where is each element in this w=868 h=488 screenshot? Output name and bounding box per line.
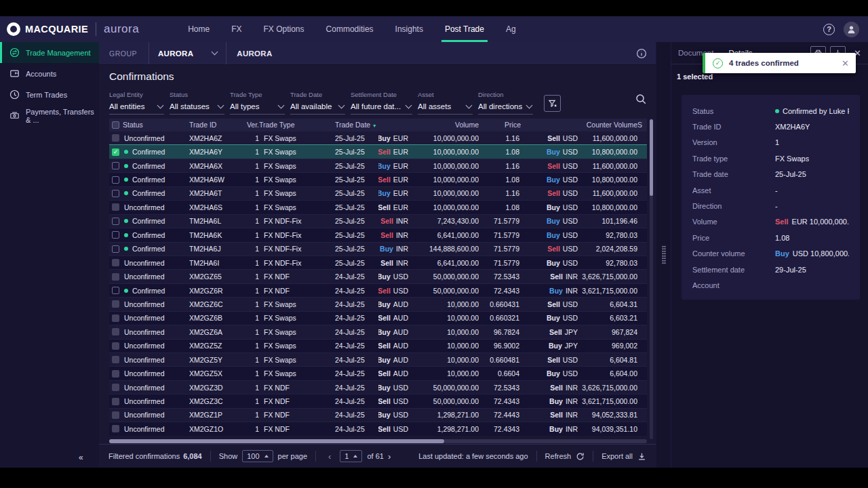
row-checkbox[interactable]	[112, 218, 119, 225]
table-row[interactable]: UnconfirmedXM2GZ5Z1FX Swaps24-Jul-25Sell…	[109, 339, 647, 352]
column-header-price[interactable]: Price	[479, 121, 521, 129]
column-header-status[interactable]: Status	[123, 121, 189, 129]
table-row[interactable]: ConfirmedXM2HA6X1FX Swaps25-Jul-25BuyEUR…	[109, 159, 647, 172]
row-checkbox[interactable]	[112, 245, 119, 253]
nav-item-ag[interactable]: Ag	[495, 16, 527, 42]
sidebar-item-payments-transfers[interactable]: Payments, Transfers & ...	[0, 105, 99, 126]
toast-close-icon[interactable]: ✕	[842, 58, 849, 68]
table-row[interactable]: UnconfirmedXM2GZ3D1FX NDF24-Jul-25BuyUSD…	[109, 380, 647, 394]
counter-direction-cell: SellUSD	[521, 134, 578, 142]
table-row[interactable]: ConfirmedXM2HA6T1FX Swaps25-Jul-25BuyEUR…	[109, 186, 647, 200]
table-row[interactable]: ConfirmedXM2HA6W1FX Swaps25-Jul-25SellEU…	[109, 172, 647, 186]
filter-status[interactable]: StatusAll statuses	[170, 91, 224, 115]
panel-resize-handle[interactable]	[662, 245, 666, 264]
table-row[interactable]: ✓ConfirmedXM2HA6Y1FX Swaps25-Jul-25SellE…	[109, 144, 647, 158]
filter-value: All entities	[109, 102, 164, 110]
price-cell: 71.5779	[479, 231, 521, 239]
status-cell: Unconfirmed	[123, 356, 189, 364]
table-row[interactable]: UnconfirmedXM2GZ6A1FX Swaps24-Jul-25BuyA…	[109, 325, 647, 338]
nav-item-home[interactable]: Home	[177, 16, 220, 42]
search-icon[interactable]	[635, 94, 647, 105]
table-row[interactable]: UnconfirmedXM2GZ1P1FX NDF24-Jul-25BuyUSD…	[109, 408, 647, 422]
nav-item-post-trade[interactable]: Post Trade	[434, 16, 495, 42]
direction-cell: BuyAUD	[378, 328, 414, 336]
nav-item-commodities[interactable]: Commodities	[315, 16, 384, 42]
direction-currency: EUR	[393, 203, 408, 211]
column-header-counter-volume[interactable]: Counter Volume	[578, 121, 637, 129]
sidebar-item-accounts[interactable]: Accounts	[0, 63, 99, 84]
details-panel: Document Details ✕ 1 selected StatusConf…	[656, 42, 868, 468]
table-row[interactable]: ConfirmedTM2HA6K1FX NDF-Fix25-Jul-25Sell…	[109, 228, 647, 241]
info-icon[interactable]	[636, 48, 647, 59]
filter-trade-type[interactable]: Trade TypeAll types	[230, 91, 285, 115]
table-row[interactable]: UnconfirmedTM2HA6I1FX NDF-Fix25-Jul-25Se…	[109, 256, 647, 269]
trade-id-cell: XM2GZ3D	[189, 384, 243, 392]
refresh-button[interactable]: Refresh	[545, 452, 585, 461]
row-checkbox[interactable]: ✓	[112, 148, 119, 156]
table-row[interactable]: UnconfirmedXM2GZ5X1FX Swaps24-Jul-25Sell…	[109, 366, 647, 380]
sidebar-item-trade-management[interactable]: Trade Management	[0, 42, 99, 63]
filter-direction[interactable]: DirectionAll directions	[478, 91, 533, 115]
direction-cell: SellAUD	[378, 342, 414, 350]
row-checkbox[interactable]	[112, 162, 119, 169]
row-checkbox-cell	[109, 218, 123, 225]
row-checkbox[interactable]	[112, 176, 119, 184]
direction-side: Buy	[378, 162, 391, 170]
counter-direction-cell: SellINR	[521, 384, 578, 392]
table-row[interactable]: UnconfirmedXM2GZ6B1FX Swaps24-Jul-25Sell…	[109, 311, 647, 325]
table-row[interactable]: UnconfirmedXM2GZ5Y1FX Swaps24-Jul-25BuyA…	[109, 352, 647, 366]
nav-item-insights[interactable]: Insights	[384, 16, 434, 42]
next-page-button[interactable]: ›	[384, 451, 395, 462]
status-text: Confirmed	[132, 231, 165, 239]
sidebar-item-term-trades[interactable]: Term Trades	[0, 84, 99, 105]
select-all-checkbox[interactable]	[112, 121, 119, 129]
table-row[interactable]: UnconfirmedXM2HA6S1FX Swaps25-Jul-25Sell…	[109, 200, 647, 214]
table-row[interactable]: UnconfirmedXM2GZ651FX NDF24-Jul-25BuyUSD…	[109, 269, 647, 283]
sidebar-item-label: Term Trades	[26, 91, 67, 99]
filter-asset[interactable]: AssetAll assets	[418, 91, 473, 115]
page-number-select[interactable]: 1	[340, 450, 362, 462]
table-row[interactable]: UnconfirmedXM2GZ6C1FX Swaps24-Jul-25BuyA…	[109, 297, 647, 310]
sidebar-collapse-button[interactable]: «	[79, 453, 83, 462]
column-header-trade-id[interactable]: Trade ID	[189, 121, 243, 129]
column-header-ver[interactable]: Ver.	[243, 121, 259, 129]
column-header-trade-type[interactable]: Trade Type	[259, 121, 335, 129]
group-context-label: AURORA	[237, 49, 272, 58]
column-header-checkbox[interactable]	[109, 121, 123, 129]
volume-cell: 50,000,000.00	[414, 287, 479, 295]
prev-page-button[interactable]: ‹	[324, 451, 335, 462]
user-avatar[interactable]	[844, 22, 859, 37]
page-size-select[interactable]: 100	[242, 450, 273, 462]
help-icon[interactable]: ?	[823, 24, 835, 35]
table-row[interactable]: UnconfirmedXM2GZ1O1FX NDF24-Jul-25SellUS…	[109, 422, 647, 435]
volume-cell: 10,000,000.00	[414, 162, 479, 170]
version-cell: 1	[243, 411, 259, 419]
detail-row-direction: Direction-	[692, 198, 849, 214]
filter-settlement-date[interactable]: Settlement DateAll future dat...	[351, 91, 412, 115]
row-checkbox[interactable]	[112, 231, 119, 239]
column-header-volume[interactable]: Volume	[414, 121, 479, 129]
column-header-trade-date[interactable]: Trade Date▾	[335, 121, 378, 129]
status-text: Unconfirmed	[124, 411, 165, 419]
filter-trade-date[interactable]: Trade DateAll available	[290, 91, 345, 115]
counter-volume-cell: 2,024,208.59	[578, 245, 637, 253]
table-row[interactable]: ConfirmedTM2HA6L1FX NDF-Fix25-Jul-25Sell…	[109, 214, 647, 228]
group-select[interactable]: AURORA	[149, 42, 226, 64]
nav-item-fx[interactable]: FX	[220, 16, 252, 42]
counter-direction-currency: INR	[566, 425, 578, 433]
table-row[interactable]: UnconfirmedXM2GZ3C1FX NDF24-Jul-25SellUS…	[109, 394, 647, 407]
table-row[interactable]: ConfirmedTM2HA6J1FX NDF-Fix25-Jul-25BuyI…	[109, 242, 647, 256]
row-checkbox[interactable]	[112, 190, 119, 197]
row-checkbox[interactable]	[112, 287, 119, 294]
nav-item-fx-options[interactable]: FX Options	[253, 16, 315, 42]
export-all-button[interactable]: Export all	[601, 452, 646, 461]
horizontal-scrollbar-thumb[interactable]	[109, 439, 444, 443]
vertical-scrollbar-thumb[interactable]	[650, 119, 653, 196]
clear-filters-button[interactable]	[544, 95, 561, 112]
direction-currency: USD	[393, 425, 408, 433]
column-header-settlement-cut[interactable]: S	[637, 121, 647, 129]
filter-legal-entity[interactable]: Legal EntityAll entities	[109, 91, 164, 115]
counter-direction-currency: USD	[563, 203, 578, 211]
table-row[interactable]: ConfirmedXM2GZ6R1FX NDF24-Jul-25SellUSD5…	[109, 283, 647, 297]
table-row[interactable]: UnconfirmedXM2HA6Z1FX Swaps25-Jul-25BuyE…	[109, 131, 647, 144]
